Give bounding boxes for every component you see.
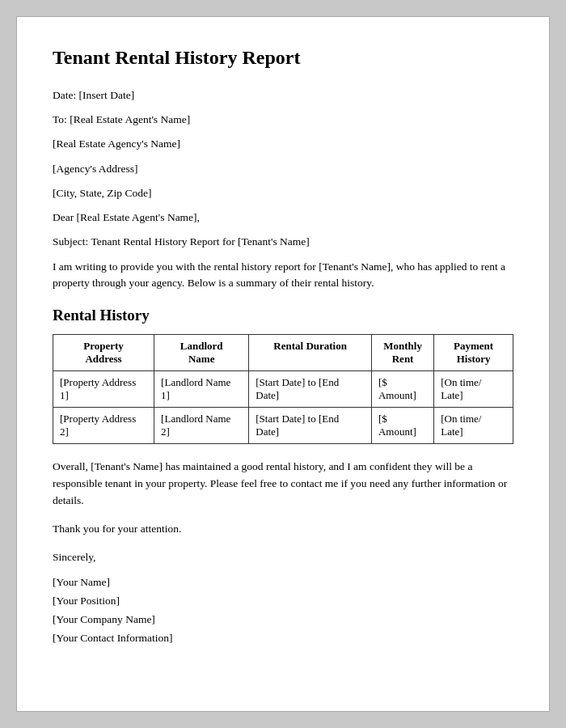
cell-property-address: [Property Address 1] — [53, 371, 154, 408]
sincerely: Sincerely, — [53, 549, 513, 565]
table-row: [Property Address 2] [Landlord Name 2] [… — [53, 408, 513, 444]
agency-address: [Agency's Address] — [53, 161, 513, 177]
cell-monthly-rent: [$ Amount] — [371, 371, 433, 408]
col-header-payment-history: PaymentHistory — [434, 335, 513, 371]
date-line: Date: [Insert Date] — [53, 87, 513, 104]
cell-payment-history: [On time/ Late] — [434, 371, 513, 408]
to-line: To: [Real Estate Agent's Name] — [53, 112, 513, 128]
thank-you: Thank you for your attention. — [53, 521, 513, 538]
signature-company: [Your Company Name] — [53, 611, 513, 629]
city-state-zip: [City, State, Zip Code] — [53, 185, 513, 201]
rental-history-table: PropertyAddress LandlordName Rental Dura… — [53, 334, 513, 444]
rental-history-title: Rental History — [53, 307, 513, 324]
table-header-row: PropertyAddress LandlordName Rental Dura… — [53, 335, 513, 371]
cell-rental-duration: [Start Date] to [End Date] — [249, 408, 372, 444]
cell-property-address: [Property Address 2] — [53, 408, 154, 444]
col-header-rental-duration: Rental Duration — [249, 335, 372, 371]
signature-block: [Your Name] [Your Position] [Your Compan… — [53, 574, 513, 648]
col-header-landlord-name: LandlordName — [154, 335, 249, 371]
closing-paragraph: Overall, [Tenant's Name] has maintained … — [53, 459, 513, 510]
cell-landlord-name: [Landlord Name 2] — [154, 408, 249, 444]
cell-payment-history: [On time/ Late] — [434, 408, 513, 444]
signature-position: [Your Position] — [53, 592, 513, 611]
cell-rental-duration: [Start Date] to [End Date] — [249, 371, 372, 408]
signature-contact: [Your Contact Information] — [53, 629, 513, 648]
col-header-property-address: PropertyAddress — [53, 335, 154, 371]
subject-line: Subject: Tenant Rental History Report fo… — [53, 234, 513, 250]
table-row: [Property Address 1] [Landlord Name 1] [… — [53, 371, 513, 408]
cell-landlord-name: [Landlord Name 1] — [154, 371, 249, 408]
signature-name: [Your Name] — [53, 574, 513, 592]
document-container: Tenant Rental History Report Date: [Inse… — [16, 16, 550, 712]
document-title: Tenant Rental History Report — [53, 46, 513, 70]
dear-line: Dear [Real Estate Agent's Name], — [53, 210, 513, 226]
agency-name: [Real Estate Agency's Name] — [53, 136, 513, 152]
intro-paragraph: I am writing to provide you with the ren… — [53, 259, 513, 293]
col-header-monthly-rent: MonthlyRent — [371, 335, 433, 371]
cell-monthly-rent: [$ Amount] — [371, 408, 433, 444]
